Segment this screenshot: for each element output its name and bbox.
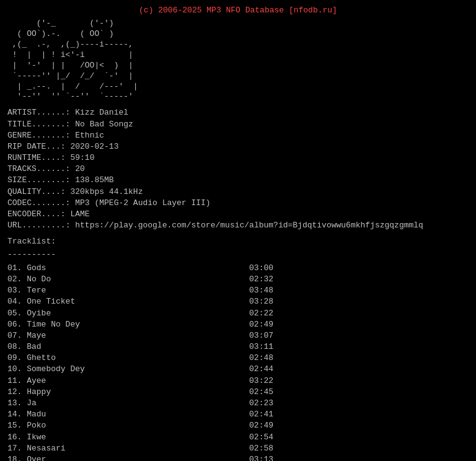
metadata-block: ARTIST......: Kizz Daniel TITLE.......: …	[7, 107, 469, 231]
genre-value: Ethnic	[75, 131, 104, 140]
size-value: 138.85MB	[75, 175, 113, 185]
runtime-label: RUNTIME....:	[7, 153, 66, 162]
tracks-value: 20	[75, 164, 85, 173]
rip-date-label: RIP DATE...:	[7, 142, 66, 151]
artist-value: Kizz Daniel	[75, 108, 128, 117]
title-value: No Bad Songz	[75, 120, 133, 129]
title-label: TITLE.......:	[7, 120, 70, 129]
header-title: (c) 2006-2025 MP3 NFO Database [nfodb.ru…	[7, 5, 469, 16]
rip-date-value: 2020-02-13	[70, 142, 118, 151]
encoder-value: LAME	[70, 209, 89, 219]
size-label: SIZE........:	[7, 175, 70, 185]
tracks-label: TRACKS......:	[7, 164, 70, 173]
genre-label: GENRE.......:	[7, 131, 70, 140]
tracklist-block: 01. Gods 03:00 02. No Do 02:32 03. Tere …	[7, 263, 469, 461]
quality-label: QUALITY....:	[7, 187, 66, 196]
tracklist-divider: ----------	[7, 249, 469, 260]
url-label: URL.........	[7, 221, 66, 230]
codec-label: CODEC.......:	[7, 198, 70, 208]
quality-value: 320kbps 44.1kHz	[70, 187, 143, 196]
encoder-label: ENCODER....:	[7, 209, 66, 219]
url-value: https://play.google.com/store/music/albu…	[75, 221, 423, 230]
runtime-value: 59:10	[70, 153, 94, 162]
codec-value: MP3 (MPEG-2 Audio Layer III)	[75, 198, 210, 208]
ascii-art: ('-_ ('-') ( OO`).-. ( OO` ) ,(_ .-, ,(_…	[7, 19, 469, 102]
tracklist-header: Tracklist:	[7, 236, 469, 247]
artist-label: ARTIST......:	[7, 108, 70, 117]
